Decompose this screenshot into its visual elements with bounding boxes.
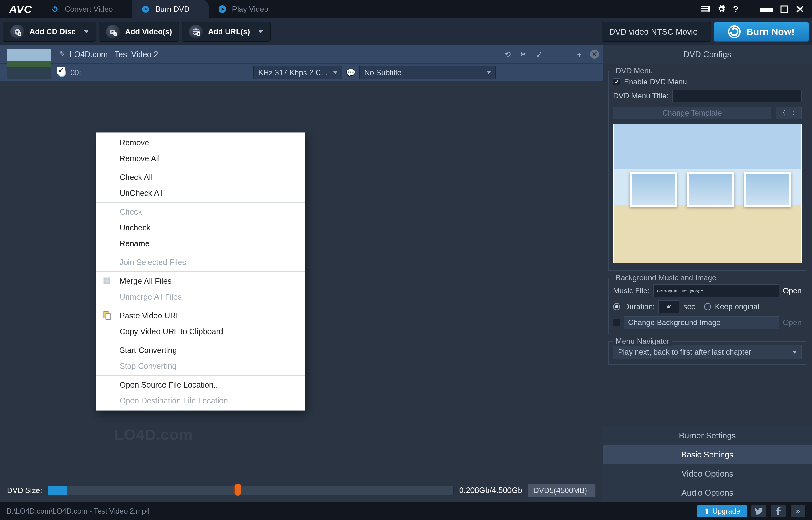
facebook-button[interactable] (771, 505, 786, 517)
tab-burn-label: Burn DVD (156, 5, 190, 14)
minimize-button[interactable]: ▬ (760, 0, 773, 15)
duration-radio[interactable] (613, 303, 620, 310)
upload-icon: ⬆ (704, 507, 710, 516)
output-profile-selector[interactable]: DVD video NTSC Movie (602, 22, 711, 42)
more-button[interactable]: » (790, 505, 806, 517)
template-next-button[interactable]: 〉 (789, 107, 802, 120)
close-icon[interactable]: ✕ (590, 50, 599, 59)
chevron-down-icon (486, 71, 491, 74)
music-file-input[interactable] (653, 284, 779, 297)
accordion-video-options[interactable]: Video Options (603, 464, 812, 483)
video-add-icon: + (106, 25, 120, 39)
refresh-icon[interactable]: ⟲ (502, 50, 513, 59)
change-bg-image-button[interactable]: Change Background Image (624, 316, 779, 329)
audio-track-label: KHz 317 Kbps 2 C... (258, 68, 327, 77)
context-menu-label: Remove (119, 138, 149, 147)
context-menu-label: Paste Video URL (119, 311, 180, 320)
item-checkbox[interactable]: ✓ (57, 67, 65, 74)
enable-dvd-menu-label: Enable DVD Menu (624, 77, 687, 86)
plus-icon[interactable]: ＋ (573, 49, 586, 59)
tab-convert-video[interactable]: Convert Video (41, 0, 132, 19)
context-menu-item[interactable]: Copy Video URL to Clipboard (96, 323, 305, 339)
status-bar: D:\LO4D.com\LO4D.com - Test Video 2.mp4 … (0, 502, 812, 520)
pencil-icon[interactable]: ✎ (59, 50, 65, 59)
crop-icon[interactable]: ⤢ (533, 50, 545, 59)
close-button[interactable]: ✕ (795, 3, 804, 16)
duration-input[interactable] (659, 300, 679, 313)
context-menu-item[interactable]: Remove All (96, 151, 305, 166)
context-menu-label: Copy Video URL to Clipboard (119, 327, 223, 336)
menu-template-preview[interactable] (613, 124, 802, 263)
svg-point-1 (144, 8, 146, 10)
tab-play-video[interactable]: Play Video (209, 0, 287, 19)
accordion-burner-settings[interactable]: Burner Settings (603, 426, 812, 445)
window-controls: ? ▬ ✕ (694, 0, 812, 19)
play-icon (218, 5, 226, 13)
context-menu-item[interactable]: Remove (96, 135, 305, 151)
context-menu-item[interactable]: Open Source File Location... (96, 377, 305, 393)
svg-point-9 (17, 31, 19, 33)
context-menu-item[interactable]: Merge All Files (96, 273, 305, 289)
twitter-button[interactable] (751, 505, 766, 517)
svg-text:+: + (114, 32, 116, 36)
enable-dvd-menu-checkbox[interactable]: ✓ (613, 78, 620, 85)
add-videos-label: Add Video(s) (125, 27, 172, 36)
add-cd-disc-button[interactable]: + Add CD Disc (3, 22, 96, 42)
keep-original-radio[interactable] (704, 303, 711, 310)
audio-track-selector[interactable]: KHz 317 Kbps 2 C... (253, 66, 342, 79)
dvd-capacity-fill (48, 486, 67, 495)
dvd-menu-title-input[interactable] (672, 89, 802, 102)
dvd-capacity-marker[interactable] (234, 484, 242, 496)
dvd-capacity-track[interactable] (48, 486, 454, 495)
context-menu-item[interactable]: Check All (96, 169, 305, 185)
subtitle-selector[interactable]: No Subtitle (359, 66, 496, 79)
context-menu-label: Stop Converting (119, 362, 176, 371)
template-prev-button[interactable]: 〈 (776, 107, 789, 120)
tab-burn-dvd[interactable]: Burn DVD (132, 0, 209, 19)
add-videos-button[interactable]: + Add Video(s) (99, 22, 179, 42)
help-icon[interactable]: ? (733, 4, 738, 14)
add-urls-button[interactable]: + Add URL(s) (182, 22, 271, 42)
context-menu-item[interactable]: Start Converting (96, 342, 305, 358)
item-duration: 00: (71, 68, 81, 77)
context-menu-item[interactable]: UnCheck All (96, 185, 305, 201)
dvd-menu-group: DVD Menu ✓ Enable DVD Menu DVD Menu Titl… (608, 71, 806, 271)
context-menu-item[interactable]: Paste Video URL (96, 308, 305, 323)
maximize-button[interactable] (780, 5, 788, 13)
context-menu-label: Open Source File Location... (119, 380, 220, 390)
svg-rect-23 (106, 314, 110, 320)
upgrade-button[interactable]: ⬆Upgrade (698, 505, 747, 517)
menu-navigator-selector[interactable]: Play next, back to first after last chap… (613, 345, 802, 359)
duration-label: Duration: (624, 302, 655, 311)
music-open-button[interactable]: Open (783, 286, 802, 295)
add-cd-disc-label: Add CD Disc (29, 27, 76, 36)
svg-rect-7 (781, 6, 787, 12)
burn-now-button[interactable]: Burn Now! (714, 22, 809, 42)
chevron-down-icon (333, 71, 337, 74)
refresh-icon (728, 25, 740, 38)
dvd-menu-title-label: DVD Menu Title: (613, 92, 669, 100)
context-menu-item[interactable]: Uncheck (96, 220, 305, 236)
status-path: D:\LO4D.com\LO4D.com - Test Video 2.mp4 (6, 507, 150, 516)
gear-icon[interactable] (717, 5, 725, 13)
file-item[interactable]: ✎ LO4D.com - Test Video 2 ⟲ ✂ ⤢ ＋ ✕ ✓ 🕘 … (0, 45, 603, 81)
video-thumbnail[interactable] (7, 49, 51, 79)
accordion-audio-options[interactable]: Audio Options (603, 483, 812, 502)
context-menu-label: Open Destination File Location... (119, 396, 235, 406)
scissors-icon[interactable]: ✂ (517, 50, 529, 59)
change-bg-image-checkbox[interactable] (613, 319, 620, 326)
change-template-button[interactable]: Change Template (613, 107, 771, 120)
context-menu-label: Uncheck (119, 223, 150, 232)
bg-image-open-button[interactable]: Open (783, 318, 802, 327)
list-icon[interactable] (701, 6, 709, 13)
dvd-size-label: DVD Size: (7, 486, 42, 495)
context-menu-label: Rename (119, 239, 150, 248)
disc-type-selector[interactable]: DVD5(4500MB) (528, 484, 596, 497)
dvd-configs-panel: DVD Configs DVD Menu ✓ Enable DVD Menu D… (603, 45, 812, 502)
chevron-down-icon (84, 30, 89, 33)
accordion-basic-settings[interactable]: Basic Settings (603, 445, 812, 464)
context-menu-item: Unmerge All Files (96, 289, 305, 305)
refresh-icon (51, 5, 59, 13)
context-menu-item[interactable]: Rename (96, 236, 305, 252)
upgrade-label: Upgrade (712, 507, 740, 516)
